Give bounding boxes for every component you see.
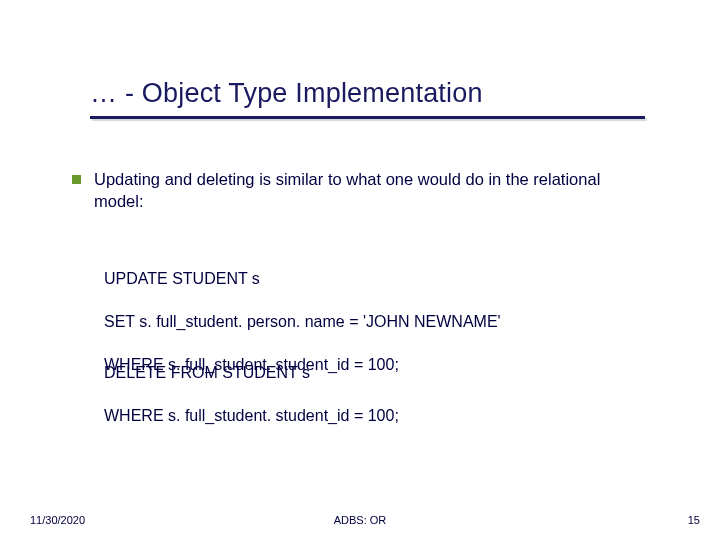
sql-delete-block: DELETE FROM STUDENT s WHERE s. full_stud… bbox=[104, 340, 664, 448]
code-line: DELETE FROM STUDENT s bbox=[104, 362, 664, 384]
bullet-icon bbox=[72, 175, 81, 184]
footer-center: ADBS: OR bbox=[0, 514, 720, 526]
code-line: UPDATE STUDENT s bbox=[104, 268, 664, 290]
title-underline bbox=[90, 116, 645, 119]
title-area: … - Object Type Implementation bbox=[90, 78, 650, 109]
slide: … - Object Type Implementation Updating … bbox=[0, 0, 720, 540]
code-line: WHERE s. full_student. student_id = 100; bbox=[104, 405, 664, 427]
body-paragraph: Updating and deleting is similar to what… bbox=[94, 168, 654, 213]
slide-title: … - Object Type Implementation bbox=[90, 78, 483, 108]
footer-page-number: 15 bbox=[688, 514, 700, 526]
code-line: SET s. full_student. person. name = 'JOH… bbox=[104, 311, 664, 333]
